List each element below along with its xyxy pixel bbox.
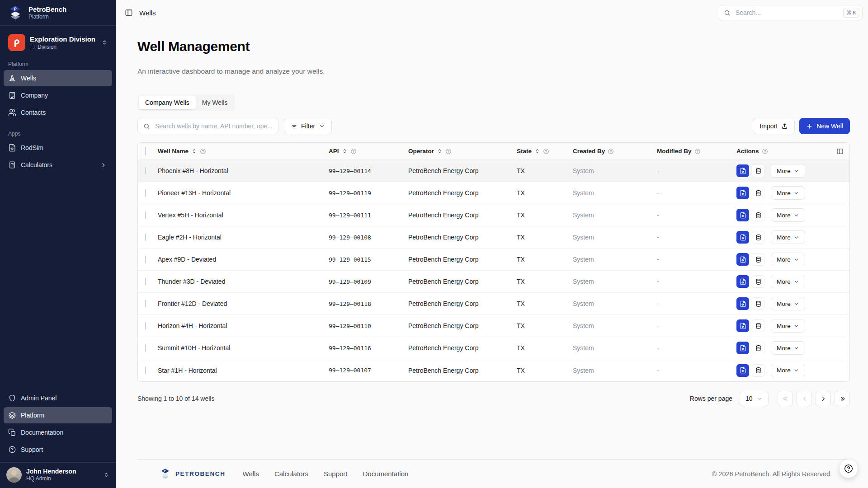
more-button[interactable]: More	[771, 186, 805, 200]
more-button[interactable]: More	[771, 341, 805, 355]
rodsim-action-button[interactable]	[736, 319, 749, 332]
filter-button[interactable]: Filter	[284, 118, 332, 134]
columns-toggle-icon[interactable]	[836, 148, 844, 155]
table-row[interactable]: Thunder #3D - Deviated 99–129–00109 Petr…	[138, 271, 849, 293]
more-button[interactable]: More	[771, 164, 805, 178]
more-button[interactable]: More	[771, 319, 805, 333]
rows-per-page-select[interactable]: 10	[740, 391, 769, 406]
footer-brand[interactable]: P PETROBENCH	[159, 468, 226, 480]
well-name-cell[interactable]: Summit #10H - Horizontal	[158, 344, 329, 352]
global-search[interactable]: ⌘ K	[718, 5, 863, 20]
table-row[interactable]: Pioneer #13H - Horizontal 99–129–00119 P…	[138, 182, 849, 204]
sidebar-item-company[interactable]: Company	[4, 87, 112, 103]
well-name-cell[interactable]: Star #1H - Horizontal	[158, 367, 329, 374]
rodsim-action-button[interactable]	[736, 342, 749, 354]
row-checkbox[interactable]	[145, 167, 146, 174]
footer-link-wells[interactable]: Wells	[243, 470, 259, 478]
well-name-cell[interactable]: Thunder #3D - Deviated	[158, 278, 329, 285]
well-name-cell[interactable]: Horizon #4H - Horizontal	[158, 322, 329, 329]
row-checkbox[interactable]	[145, 344, 146, 352]
user-menu[interactable]: John Henderson HQ Admin	[0, 462, 116, 488]
database-action-button[interactable]	[752, 164, 764, 177]
row-checkbox[interactable]	[145, 300, 146, 307]
rodsim-action-button[interactable]	[736, 253, 749, 266]
table-row[interactable]: Phoenix #8H - Horizontal 99–129–00114 Pe…	[138, 160, 849, 182]
database-action-button[interactable]	[752, 231, 764, 244]
next-page-button[interactable]	[816, 391, 831, 406]
table-row[interactable]: Frontier #12D - Deviated 99–129–00118 Pe…	[138, 293, 849, 315]
rodsim-action-button[interactable]	[736, 275, 749, 288]
more-button[interactable]: More	[771, 253, 805, 266]
database-action-button[interactable]	[752, 275, 764, 288]
sort-icon[interactable]	[191, 148, 197, 154]
database-action-button[interactable]	[752, 319, 764, 332]
row-checkbox[interactable]	[145, 256, 146, 263]
first-page-button[interactable]	[778, 391, 793, 406]
more-button[interactable]: More	[771, 297, 805, 310]
rodsim-action-button[interactable]	[736, 297, 749, 310]
last-page-button[interactable]	[835, 391, 850, 406]
new-well-button[interactable]: New Well	[799, 118, 850, 134]
table-row[interactable]: Apex #9D - Deviated 99–129–00115 PetroBe…	[138, 249, 849, 271]
wells-search-input[interactable]	[154, 122, 273, 130]
row-checkbox[interactable]	[145, 189, 146, 197]
more-button[interactable]: More	[771, 275, 805, 288]
rodsim-action-button[interactable]	[736, 187, 749, 199]
table-row[interactable]: Star #1H - Horizontal 99–129–00107 Petro…	[138, 359, 849, 381]
column-header[interactable]: Well Name	[158, 148, 329, 155]
well-name-cell[interactable]: Phoenix #8H - Horizontal	[158, 167, 329, 174]
column-header[interactable]: Modified By	[657, 148, 736, 155]
row-checkbox[interactable]	[145, 234, 146, 241]
import-button[interactable]: Import	[753, 118, 795, 134]
sidebar-item-documentation[interactable]: Documentation	[4, 424, 112, 441]
database-action-button[interactable]	[752, 187, 764, 199]
global-search-input[interactable]	[735, 9, 839, 17]
database-action-button[interactable]	[752, 297, 764, 310]
sidebar-item-support[interactable]: Support	[4, 441, 112, 458]
row-checkbox[interactable]	[145, 322, 146, 329]
panel-left-icon[interactable]	[125, 9, 133, 17]
well-name-cell[interactable]: Frontier #12D - Deviated	[158, 300, 329, 307]
well-name-cell[interactable]: Apex #9D - Deviated	[158, 256, 329, 263]
sort-icon[interactable]	[534, 148, 540, 154]
column-header[interactable]: API	[329, 148, 408, 155]
previous-page-button[interactable]	[797, 391, 812, 406]
wells-search[interactable]	[137, 118, 278, 134]
rodsim-action-button[interactable]	[736, 164, 749, 177]
sidebar-item-contacts[interactable]: Contacts	[4, 104, 112, 121]
database-action-button[interactable]	[752, 342, 764, 354]
footer-link-support[interactable]: Support	[324, 470, 348, 478]
rodsim-action-button[interactable]	[736, 231, 749, 244]
column-header[interactable]: Actions	[736, 148, 849, 155]
tab-my-wells[interactable]: My Wells	[196, 96, 234, 109]
table-row[interactable]: Vertex #5H - Horizontal 99–129–00111 Pet…	[138, 204, 849, 226]
column-header[interactable]: Created By	[573, 148, 657, 155]
footer-link-documentation[interactable]: Documentation	[363, 470, 409, 478]
row-checkbox[interactable]	[145, 211, 146, 219]
more-button[interactable]: More	[771, 364, 805, 377]
more-button[interactable]: More	[771, 208, 805, 222]
column-header[interactable]: Operator	[408, 148, 517, 155]
rodsim-action-button[interactable]	[736, 364, 749, 377]
sidebar-item-calculators[interactable]: Calculators	[4, 157, 112, 173]
more-button[interactable]: More	[771, 230, 805, 244]
well-name-cell[interactable]: Pioneer #13H - Horizontal	[158, 189, 329, 197]
column-header[interactable]: State	[517, 148, 573, 155]
database-action-button[interactable]	[752, 364, 764, 377]
database-action-button[interactable]	[752, 209, 764, 221]
sidebar-item-rodsim[interactable]: RodSim	[4, 140, 112, 156]
sort-icon[interactable]	[437, 148, 443, 154]
table-row[interactable]: Horizon #4H - Horizontal 99–129–00110 Pe…	[138, 315, 849, 337]
database-action-button[interactable]	[752, 253, 764, 266]
select-all-checkbox[interactable]	[145, 147, 146, 155]
well-name-cell[interactable]: Vertex #5H - Horizontal	[158, 211, 329, 219]
footer-link-calculators[interactable]: Calculators	[274, 470, 308, 478]
help-fab-button[interactable]	[839, 459, 858, 478]
table-row[interactable]: Eagle #2H - Horizontal 99–129–00108 Petr…	[138, 226, 849, 249]
sidebar-item-wells[interactable]: Wells	[4, 70, 112, 86]
team-switcher[interactable]: Exploration Division Division	[5, 31, 111, 54]
rodsim-action-button[interactable]	[736, 209, 749, 221]
row-checkbox[interactable]	[145, 278, 146, 285]
well-name-cell[interactable]: Eagle #2H - Horizontal	[158, 234, 329, 241]
sidebar-item-admin-panel[interactable]: Admin Panel	[4, 390, 112, 406]
